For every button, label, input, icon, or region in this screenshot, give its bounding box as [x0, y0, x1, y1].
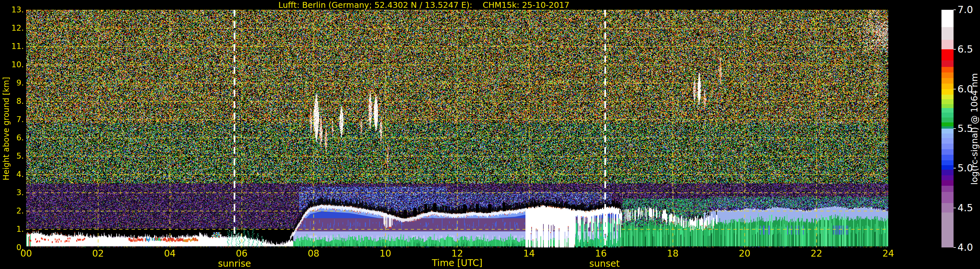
x-tick-label: 04 — [164, 249, 176, 259]
x-tick-label: 24 — [882, 249, 894, 259]
colorbar-segment — [942, 126, 953, 129]
colorbar-segment — [942, 203, 953, 213]
x-tick-label: 20 — [739, 249, 751, 259]
colorbar-segment — [942, 180, 953, 186]
y-tick-label: 9. — [0, 78, 24, 88]
y-tick-label: 5. — [0, 151, 24, 161]
colorbar-tick-label: 4.0 — [958, 242, 973, 253]
colorbar-segment — [942, 186, 953, 192]
colorbar-segment — [942, 27, 953, 40]
y-tick-label: 2. — [0, 206, 24, 215]
colorbar-segment — [942, 67, 953, 72]
colorbar-segment — [942, 134, 953, 138]
colorbar-segment — [942, 49, 953, 60]
x-tick-label: 14 — [523, 249, 535, 259]
ceilometer-quicklook: Lufft: Berlin (Germany; 52.4302 N / 13.5… — [0, 0, 980, 269]
x-tick-label: 22 — [811, 249, 822, 259]
y-tick-label: 3. — [0, 188, 24, 197]
colorbar-segment — [942, 72, 953, 78]
y-tick-label: 1. — [0, 224, 24, 234]
colorbar-tick-mark — [953, 10, 956, 10]
x-axis-label: Time [UTC] — [432, 258, 483, 268]
y-tick-label: 8. — [0, 97, 24, 106]
x-tick-label: 18 — [667, 249, 679, 259]
colorbar-title: log(rc-signal) @ 1064 nm — [969, 47, 979, 210]
colorbar-tick-label: 7.0 — [958, 5, 973, 15]
colorbar-segment — [942, 84, 953, 89]
x-tick-label: 00 — [20, 249, 32, 259]
colorbar-tick-mark — [953, 128, 956, 129]
colorbar-tick-mark — [953, 89, 956, 89]
y-tick-label: 7. — [0, 115, 24, 124]
colorbar-segment — [942, 99, 953, 104]
x-tick-label: 08 — [308, 249, 319, 259]
colorbar-segment — [942, 78, 953, 84]
colorbar-segment — [942, 60, 953, 67]
plot-title: Lufft: Berlin (Germany; 52.4302 N / 13.5… — [278, 0, 569, 10]
colorbar-segment — [942, 123, 953, 126]
y-tick-label: 11. — [0, 42, 24, 51]
colorbar-segment — [942, 155, 953, 160]
colorbar-segment — [942, 149, 953, 155]
colorbar-segment — [942, 165, 953, 170]
colorbar-segment — [942, 144, 953, 149]
backscatter-heatmap-canvas — [26, 10, 888, 247]
colorbar-segment — [942, 160, 953, 165]
colorbar-segment — [942, 118, 953, 123]
y-tick-label: 13. — [0, 5, 24, 14]
colorbar-tick-mark — [953, 49, 956, 49]
x-tick-label: 12 — [451, 249, 463, 259]
x-tick-label: 16 — [595, 249, 607, 259]
sunrise-label: sunrise — [218, 258, 251, 269]
y-tick-label: 12. — [0, 24, 24, 33]
colorbar-segment — [942, 10, 953, 27]
colorbar-segment — [942, 40, 953, 49]
colorbar-segment — [942, 104, 953, 108]
y-tick-label: 10. — [0, 60, 24, 69]
colorbar-segment — [942, 170, 953, 175]
x-tick-label: 02 — [92, 249, 104, 259]
sunset-label: sunset — [589, 258, 620, 269]
x-tick-label: 10 — [379, 249, 391, 259]
colorbar-segment — [942, 213, 953, 247]
colorbar-segment — [942, 113, 953, 118]
colorbar-tick-mark — [953, 208, 956, 208]
colorbar-segment — [942, 192, 953, 203]
colorbar-tick-mark — [953, 247, 956, 248]
colorbar-segment — [942, 108, 953, 113]
colorbar-segment — [942, 89, 953, 95]
y-tick-label: 4. — [0, 170, 24, 179]
colorbar-segment — [942, 95, 953, 100]
colorbar-tick-mark — [953, 168, 956, 169]
colorbar-segment — [942, 138, 953, 144]
y-axis-label: Height above ground [km] — [2, 47, 11, 210]
colorbar-segment — [942, 129, 953, 134]
colorbar-segment — [942, 175, 953, 180]
y-tick-label: 6. — [0, 133, 24, 142]
x-tick-label: 06 — [236, 249, 248, 259]
colorbar — [942, 10, 953, 247]
